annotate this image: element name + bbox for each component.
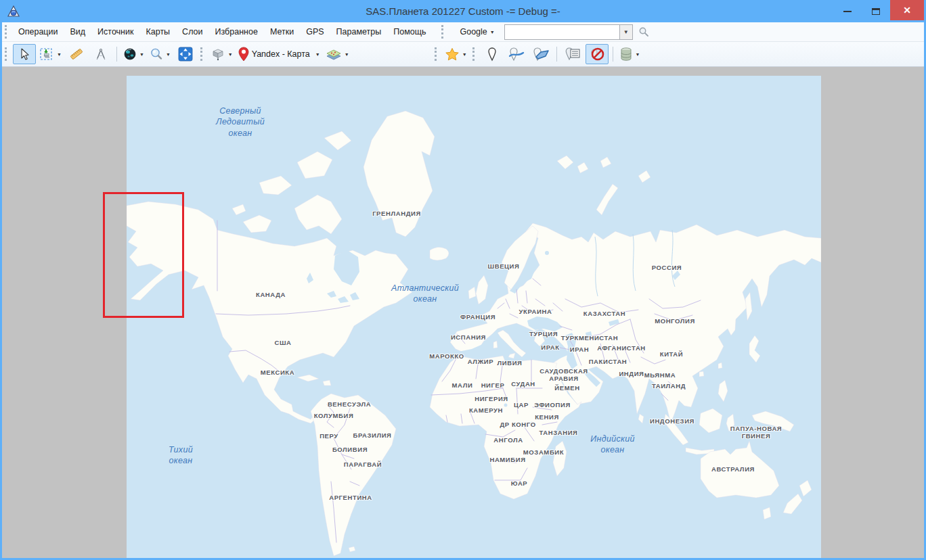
menu-item-6[interactable]: Избранное xyxy=(209,22,264,41)
layers-button[interactable]: ▼ xyxy=(324,44,351,64)
window-title: SAS.Планета 201227 Custom -= Debug =- xyxy=(2,5,924,17)
scanner-box-icon xyxy=(211,47,225,61)
chevron-down-icon: ▼ xyxy=(57,52,62,57)
chevron-down-icon: ▼ xyxy=(623,29,629,35)
search-icon xyxy=(638,26,649,37)
chevron-down-icon: ▼ xyxy=(139,52,144,57)
selection-tool-icon xyxy=(39,47,54,61)
selection-manager-button[interactable]: ▼ xyxy=(37,44,64,64)
chevron-down-icon: ▼ xyxy=(490,30,495,34)
menu-item-7[interactable]: Метки xyxy=(264,22,300,41)
menu-item-8[interactable]: GPS xyxy=(300,22,330,41)
placemark-list-icon xyxy=(565,47,581,62)
toolbar: ▼ xyxy=(2,42,924,67)
menu-item-10[interactable]: Помощь xyxy=(387,22,432,41)
chevron-down-icon: ▼ xyxy=(166,52,171,57)
cache-scanner-button[interactable]: ▼ xyxy=(208,44,235,64)
toolbar-gripper-2[interactable] xyxy=(200,47,204,61)
move-map-tool-button[interactable] xyxy=(13,44,36,64)
polygon-tool-icon xyxy=(532,47,550,62)
app-window: SAS.Планета 201227 Custom -= Debug =- ✕ … xyxy=(0,0,926,560)
world-map[interactable] xyxy=(127,76,821,558)
map-pin-icon xyxy=(238,47,249,62)
selection-rectangle[interactable] xyxy=(103,192,184,318)
search-toolbar-gripper[interactable] xyxy=(441,25,445,39)
search-input[interactable] xyxy=(505,25,619,39)
search-combobox[interactable]: ▼ xyxy=(504,24,633,40)
fullscreen-button[interactable] xyxy=(174,44,197,64)
toolbar-separator xyxy=(613,47,613,62)
workspace: Северный Ледовитый океанАтлантический ок… xyxy=(2,67,924,558)
titlebar[interactable]: SAS.Планета 201227 Custom -= Debug =- ✕ xyxy=(2,0,924,22)
menubar: ОперацииВидИсточникКартыСлоиИзбранноеМет… xyxy=(2,22,924,42)
hide-placemarks-button[interactable] xyxy=(586,44,609,64)
prohibition-icon xyxy=(589,47,605,62)
cache-storage-button[interactable]: ▼ xyxy=(617,44,642,64)
ruler-icon xyxy=(69,47,84,61)
toolbar-gripper-1[interactable] xyxy=(5,47,9,61)
magnifier-icon xyxy=(150,47,163,61)
path-tool-icon xyxy=(508,47,525,62)
map-source-label: Yandex - Карта xyxy=(252,49,310,59)
compass-divider-icon xyxy=(94,47,108,61)
map-view[interactable]: Северный Ледовитый океанАтлантический ок… xyxy=(127,76,821,558)
search-provider-label: Google xyxy=(460,27,487,37)
placemark-icon xyxy=(487,47,498,62)
chevron-down-icon: ▼ xyxy=(315,52,320,57)
add-polygon-button[interactable] xyxy=(529,44,552,64)
database-icon xyxy=(619,47,633,62)
map-source-button[interactable]: Yandex - Карта ▼ xyxy=(236,44,322,64)
toolbar-separator xyxy=(556,47,557,62)
add-path-button[interactable] xyxy=(505,44,528,64)
menu-item-9[interactable]: Параметры xyxy=(330,22,388,41)
chevron-down-icon: ▼ xyxy=(462,52,467,57)
star-icon xyxy=(445,47,460,61)
fullscreen-icon xyxy=(178,47,193,62)
menu-item-1[interactable]: Операции xyxy=(12,22,64,41)
favorites-button[interactable]: ▼ xyxy=(443,44,469,64)
zoom-tool-button[interactable]: ▼ xyxy=(148,44,173,64)
placemark-manager-button[interactable] xyxy=(561,44,584,64)
menu-item-5[interactable]: Слои xyxy=(176,22,208,41)
chevron-down-icon: ▼ xyxy=(345,52,349,57)
chevron-down-icon: ▼ xyxy=(636,52,640,57)
menubar-gripper[interactable] xyxy=(5,25,9,39)
add-placemark-button[interactable] xyxy=(481,44,504,64)
chevron-down-icon: ▼ xyxy=(228,52,233,57)
toolbar-gripper-4[interactable] xyxy=(472,47,477,61)
toolbar-separator xyxy=(116,47,117,62)
search-provider-button[interactable]: Google ▼ xyxy=(456,26,498,38)
cursor-icon xyxy=(18,47,31,61)
search-bar: Google ▼ ▼ xyxy=(456,24,648,40)
goto-place-button[interactable]: ▼ xyxy=(121,44,146,64)
distance-calc-button[interactable] xyxy=(89,44,112,64)
layers-icon xyxy=(326,47,342,61)
menu-item-4[interactable]: Карты xyxy=(139,22,176,41)
toolbar-gripper-3[interactable] xyxy=(435,47,439,61)
menu-items: ОперацииВидИсточникКартыСлоиИзбранноеМет… xyxy=(12,22,432,41)
search-go-button[interactable] xyxy=(638,26,649,37)
globe-icon xyxy=(123,47,137,61)
ruler-tool-button[interactable] xyxy=(65,44,88,64)
search-combo-dropdown-button[interactable]: ▼ xyxy=(619,25,632,39)
menu-item-2[interactable]: Вид xyxy=(64,22,91,41)
menu-item-3[interactable]: Источник xyxy=(91,22,139,41)
